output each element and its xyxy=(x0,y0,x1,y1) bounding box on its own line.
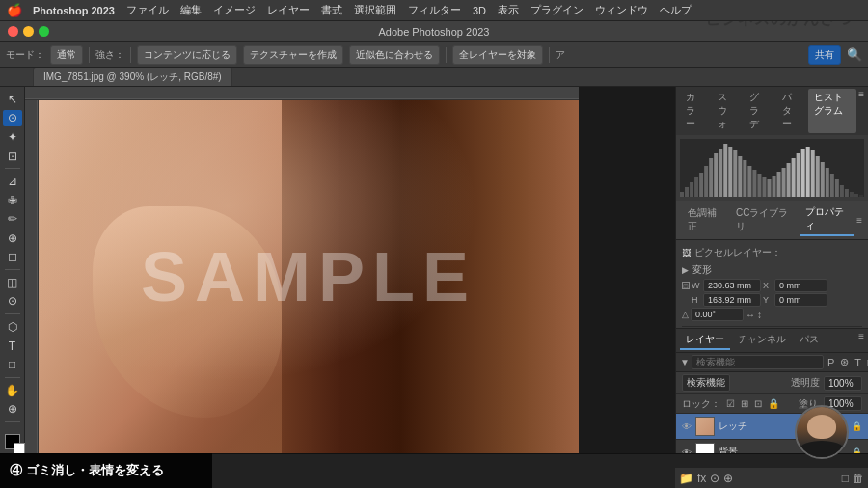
tool-zoom[interactable]: ⊕ xyxy=(3,400,22,418)
tab-cc-libraries[interactable]: CCライブラリ xyxy=(730,204,798,235)
apple-menu[interactable]: 🍎 xyxy=(8,4,21,17)
toolbar-strength-label: 強さ： xyxy=(95,48,124,62)
tool-gradient[interactable]: ◫ xyxy=(3,274,22,291)
menu-help[interactable]: ヘルプ xyxy=(660,3,692,17)
lock-pixels-icon[interactable]: ☑ xyxy=(726,398,735,409)
tool-shape[interactable]: □ xyxy=(3,356,22,373)
y-value[interactable]: 0 mm xyxy=(774,293,827,307)
tool-move[interactable]: ↖ xyxy=(3,91,22,108)
svg-rect-5 xyxy=(694,177,698,197)
tool-magic[interactable]: ✦ xyxy=(3,128,22,146)
lesson-text: ④ ゴミ消し・表情を変える xyxy=(10,462,164,479)
tab-histogram[interactable]: ヒストグラム xyxy=(808,89,856,133)
tools-panel: ↖ ⊙ ✦ ⊡ ⊿ ✙ ✏ ⊕ ◻ ◫ ⊙ ⬡ T □ ✋ ⊕ xyxy=(0,87,25,453)
tool-hand[interactable]: ✋ xyxy=(3,382,22,399)
tool-eraser[interactable]: ◻ xyxy=(3,249,22,266)
window-controls xyxy=(8,26,49,37)
menu-text[interactable]: 書式 xyxy=(321,3,342,17)
layer-new-icon[interactable]: □ xyxy=(842,472,849,485)
menu-image[interactable]: イメージ xyxy=(213,3,256,17)
tool-brush[interactable]: ✏ xyxy=(3,210,22,228)
angle-value[interactable]: 0.00° xyxy=(691,308,744,321)
svg-rect-39 xyxy=(859,195,863,197)
filter-text-icon[interactable]: T xyxy=(853,356,863,369)
tab-gradient[interactable]: グラデ xyxy=(744,89,773,133)
panel-options-icon[interactable]: ≡ xyxy=(856,215,862,226)
layer-search-input[interactable] xyxy=(692,355,824,369)
tool-path[interactable]: ⬡ xyxy=(3,318,22,336)
menu-plugin[interactable]: プラグイン xyxy=(530,3,583,17)
foreground-color[interactable] xyxy=(5,434,20,449)
flip-v-icon[interactable]: ↕ xyxy=(757,310,762,320)
edge-adaptive-button[interactable]: 近似色に合わせる xyxy=(349,45,440,65)
tab-layers[interactable]: レイヤー xyxy=(680,331,730,350)
flip-h-icon[interactable]: ↔ xyxy=(746,310,755,320)
menu-edit[interactable]: 編集 xyxy=(180,3,202,17)
menu-view[interactable]: 表示 xyxy=(498,3,519,17)
file-tab[interactable]: IMG_7851.jpg @ 390% (レッチ, RGB/8#) xyxy=(33,68,232,86)
tool-eyedropper[interactable]: ⊿ xyxy=(3,173,22,190)
avatar-head xyxy=(807,415,836,439)
tool-separator-4 xyxy=(5,377,20,378)
lock-position-icon[interactable]: ⊞ xyxy=(741,398,748,409)
opacity-input[interactable] xyxy=(824,376,862,391)
all-layers-button[interactable]: 全レイヤーを対象 xyxy=(452,45,543,65)
search-icon[interactable]: 🔍 xyxy=(847,47,862,62)
layer-thumbnail-retouche xyxy=(695,417,715,436)
create-texture-button[interactable]: テクスチャーを作成 xyxy=(243,45,343,65)
menu-3d[interactable]: 3D xyxy=(473,5,486,16)
menu-file[interactable]: ファイル xyxy=(126,3,169,17)
close-button[interactable] xyxy=(8,26,18,37)
menu-layer[interactable]: レイヤー xyxy=(267,3,310,17)
tool-lasso[interactable]: ⊙ xyxy=(3,110,22,127)
svg-rect-22 xyxy=(777,172,781,197)
content-aware-button[interactable]: コンテンツに応じる xyxy=(137,45,237,65)
menu-select[interactable]: 選択範囲 xyxy=(354,3,396,17)
layer-lock-icon: 🔒 xyxy=(852,421,862,431)
minimize-button[interactable] xyxy=(23,26,34,37)
tab-properties[interactable]: プロパティ xyxy=(800,203,854,236)
layer-adjustment-icon[interactable]: ⊕ xyxy=(723,472,733,485)
menu-window[interactable]: ウィンドウ xyxy=(595,3,648,17)
lock-all-icon[interactable]: 🔒 xyxy=(768,398,779,409)
svg-rect-8 xyxy=(709,158,713,197)
tab-adjustment[interactable]: 色調補正 xyxy=(682,204,728,235)
tab-swatches[interactable]: スウォ xyxy=(712,89,742,133)
tool-clone[interactable]: ⊕ xyxy=(3,230,22,247)
filter-pixel-icon[interactable]: P xyxy=(826,356,836,369)
share-button[interactable]: 共有 xyxy=(808,45,841,65)
canvas-area[interactable]: SAMPLE xyxy=(39,100,579,453)
maximize-button[interactable] xyxy=(39,26,49,37)
tool-crop[interactable]: ⊡ xyxy=(3,148,22,165)
filter-adj-icon[interactable]: ⊛ xyxy=(838,355,851,369)
layer-panel-tabs: レイヤー チャンネル パス ≡ xyxy=(676,329,868,353)
blend-mode-dropdown[interactable]: 検索機能 xyxy=(682,374,730,392)
menu-filter[interactable]: フィルター xyxy=(408,3,461,17)
tool-heal[interactable]: ✙ xyxy=(3,192,22,209)
transform-arrow[interactable]: ▶ xyxy=(682,265,689,275)
tab-patterns[interactable]: パター xyxy=(776,89,806,133)
tool-text[interactable]: T xyxy=(3,338,22,355)
opacity-row: 検索機能 透明度 xyxy=(676,372,868,394)
lock-artboard-icon[interactable]: ⊡ xyxy=(754,398,762,409)
tab-paths[interactable]: パス xyxy=(794,331,825,350)
panel-expand-icon[interactable]: ≡ xyxy=(858,89,864,133)
layer-panel-options[interactable]: ≡ xyxy=(858,331,864,350)
h-value[interactable]: 163.92 mm xyxy=(703,293,761,307)
pixel-layer-label: ピクセルレイヤー： xyxy=(694,246,781,259)
tool-burn[interactable]: ⊙ xyxy=(3,293,22,311)
tab-channels[interactable]: チャンネル xyxy=(732,331,792,350)
layer-mask-icon[interactable]: ⊙ xyxy=(710,472,719,485)
toolbar-mode-dropdown[interactable]: 通常 xyxy=(50,45,83,65)
filter-kind-icon[interactable]: ▼ xyxy=(680,357,690,367)
x-value[interactable]: 0 mm xyxy=(774,279,827,292)
link-icon[interactable]: ⊡ xyxy=(682,282,690,289)
tab-color[interactable]: カラー xyxy=(680,89,710,133)
menu-app-name[interactable]: Photoshop 2023 xyxy=(33,5,115,16)
layer-visibility-icon[interactable]: 👁 xyxy=(682,421,692,432)
svg-rect-6 xyxy=(699,173,703,197)
w-value[interactable]: 230.63 mm xyxy=(703,279,761,292)
layer-add-group-icon[interactable]: 📁 xyxy=(679,472,693,485)
layer-add-icon[interactable]: fx xyxy=(697,472,706,485)
layer-delete-icon[interactable]: 🗑 xyxy=(853,472,864,485)
